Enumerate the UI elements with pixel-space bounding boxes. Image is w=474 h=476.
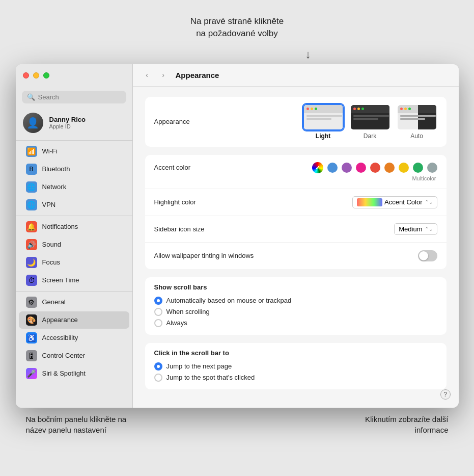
appearance-preview-light <box>303 104 344 130</box>
click-nextpage-radio[interactable] <box>154 362 162 371</box>
scroll-scrolling-item[interactable]: When scrolling <box>154 306 437 318</box>
sidebar-label-siri: Siri & Spotlight <box>42 369 86 377</box>
click-clicked-radio[interactable] <box>154 374 162 382</box>
sidebar-item-wifi[interactable]: 📶 Wi-Fi <box>19 143 129 160</box>
sidebar-item-accessibility[interactable]: ♿ Accessibility <box>19 329 129 347</box>
thumb-auto <box>398 105 437 130</box>
user-profile[interactable]: 👤 Danny Rico Apple ID <box>16 108 132 138</box>
annotation-top: Na pravé straně klikněte na požadované v… <box>190 15 284 40</box>
show-scroll-bars-title: Show scroll bars <box>154 283 437 291</box>
sound-icon: 🔊 <box>26 239 37 250</box>
sidebar-icon-size-row: Sidebar icon size Medium ⌃⌄ <box>145 216 447 243</box>
accent-color-row: Accent color <box>145 155 447 189</box>
general-icon: ⚙ <box>26 297 37 308</box>
highlight-color-value: Accent Color <box>384 198 422 206</box>
color-multicolor[interactable] <box>312 162 323 173</box>
sidebar-icon-size-select[interactable]: Medium ⌃⌄ <box>394 223 437 235</box>
scroll-auto-label: Automatically based on mouse or trackpad <box>166 297 292 304</box>
user-info: Danny Rico Apple ID <box>49 116 86 129</box>
click-nextpage-item[interactable]: Jump to the next page <box>154 361 437 372</box>
avatar: 👤 <box>23 113 43 133</box>
scroll-always-item[interactable]: Always <box>154 318 437 329</box>
annotation-top-line1: Na pravé straně klikněte <box>190 16 284 26</box>
sidebar-item-screentime[interactable]: ⏱ Screen Time <box>19 272 129 289</box>
user-subtitle: Apple ID <box>49 123 86 129</box>
sidebar-item-vpn[interactable]: 🌐 VPN <box>19 196 129 214</box>
search-container: 🔍 <box>16 87 132 108</box>
thumb-content-dark <box>351 113 391 123</box>
thumb-content-light <box>304 113 344 123</box>
sidebar-item-bluetooth[interactable]: B Bluetooth <box>19 161 129 178</box>
dot-green-a <box>408 108 411 110</box>
sidebar-label-notifications: Notifications <box>42 223 78 230</box>
color-blue[interactable] <box>327 163 338 173</box>
scroll-scrolling-radio[interactable] <box>154 308 162 316</box>
click-clicked-item[interactable]: Jump to the spot that's clicked <box>154 372 437 383</box>
sidebar-divider-1 <box>16 140 132 141</box>
appearance-option-auto[interactable]: Auto <box>397 104 437 140</box>
focus-icon: 🌙 <box>26 257 37 268</box>
sidebar-label-controlcenter: Control Center <box>42 352 86 359</box>
sidebar-item-controlcenter[interactable]: 🎛 Control Center <box>19 347 129 364</box>
sidebar-item-sound[interactable]: 🔊 Sound <box>19 236 129 253</box>
maximize-button[interactable] <box>43 72 49 78</box>
appearance-preview-dark <box>350 104 391 130</box>
thumb-line-a2 <box>400 118 425 120</box>
scroll-always-radio[interactable] <box>154 319 162 327</box>
appearance-option-dark[interactable]: Dark <box>350 104 391 140</box>
main-content: ‹ › Appearance Appearance <box>133 64 459 408</box>
sidebar-label-accessibility: Accessibility <box>42 334 78 341</box>
click-scroll-section: Click in the scroll bar to Jump to the n… <box>145 343 447 389</box>
color-orange[interactable] <box>384 163 395 173</box>
minimize-button[interactable] <box>33 72 39 78</box>
chevron-updown-icon-2: ⌃⌄ <box>425 226 433 232</box>
siri-icon: 🎤 <box>26 368 37 379</box>
show-scroll-bars-group: Show scroll bars Automatically based on … <box>145 277 447 335</box>
forward-button[interactable]: › <box>157 69 170 81</box>
click-nextpage-label: Jump to the next page <box>166 362 232 370</box>
appearance-preview-auto <box>397 104 437 130</box>
wallpaper-tinting-toggle[interactable] <box>418 250 437 261</box>
click-scroll-group: Click in the scroll bar to Jump to the n… <box>145 343 447 389</box>
back-button[interactable]: ‹ <box>141 69 153 81</box>
sidebar-item-notifications[interactable]: 🔔 Notifications <box>19 218 129 235</box>
outer-wrapper: Na pravé straně klikněte na požadované v… <box>10 10 464 476</box>
app-window: 🔍 👤 Danny Rico Apple ID 📶 Wi-F <box>16 64 459 408</box>
wifi-icon: 📶 <box>26 146 37 157</box>
help-button[interactable]: ? <box>440 389 451 400</box>
color-green[interactable] <box>413 163 423 173</box>
highlight-color-label: Highlight color <box>154 198 353 206</box>
search-input[interactable] <box>38 93 121 101</box>
color-purple[interactable] <box>342 163 352 173</box>
main-body: Appearance <box>133 87 459 408</box>
appearance-option-light[interactable]: Light <box>303 104 344 140</box>
scroll-auto-item[interactable]: Automatically based on mouse or trackpad <box>154 295 437 306</box>
annotation-right: Kliknutím zobrazíte další informace <box>347 414 449 435</box>
thumb-content-auto <box>398 113 437 123</box>
color-pink[interactable] <box>356 163 366 173</box>
dot-red <box>306 108 309 110</box>
close-button[interactable] <box>23 72 29 78</box>
dot-green <box>315 108 317 110</box>
chevron-updown-icon: ⌃⌄ <box>425 199 433 205</box>
dot-red-d <box>353 108 356 110</box>
sidebar-item-siri[interactable]: 🎤 Siri & Spotlight <box>19 365 129 382</box>
accent-sub-label: Multicolor <box>412 175 436 181</box>
highlight-color-select[interactable]: Accent Color ⌃⌄ <box>352 196 437 208</box>
sidebar-item-appearance[interactable]: 🎨 Appearance <box>19 311 129 329</box>
thumb-light <box>304 105 344 130</box>
main-titlebar: ‹ › Appearance <box>133 64 459 87</box>
sidebar-item-focus[interactable]: 🌙 Focus <box>19 254 129 271</box>
sidebar-item-network[interactable]: 🌐 Network <box>19 178 129 196</box>
appearance-options: Light <box>303 104 437 140</box>
settings-section: Accent color <box>145 155 447 269</box>
color-yellow[interactable] <box>399 163 409 173</box>
thumb-line-a1 <box>400 115 436 117</box>
screentime-icon: ⏱ <box>26 275 37 286</box>
color-red[interactable] <box>370 163 380 173</box>
scroll-auto-radio[interactable] <box>154 297 162 305</box>
sidebar-divider-3 <box>16 291 132 292</box>
color-graphite[interactable] <box>427 163 437 173</box>
click-scroll-title: Click in the scroll bar to <box>154 349 437 357</box>
sidebar-item-general[interactable]: ⚙ General <box>19 294 129 311</box>
